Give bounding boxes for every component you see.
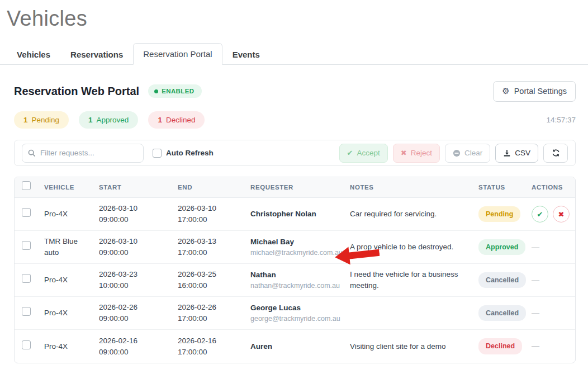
auto-refresh-toggle[interactable]: Auto Refresh: [153, 149, 214, 158]
requester-cell: Christopher Nolan: [250, 209, 350, 220]
row-checkbox[interactable]: [22, 208, 31, 217]
requester-cell: Michael Bay michael@trackmyride.com.au: [250, 236, 350, 258]
notes-cell: Car required for servicing.: [350, 209, 478, 220]
refresh-button[interactable]: [543, 144, 568, 163]
row-checkbox[interactable]: [22, 340, 31, 349]
table-body: Pro-4X 2026-03-1009:00:00 2026-03-1017:0…: [15, 198, 575, 363]
pending-count: 1: [23, 116, 28, 124]
tab-bar: Vehicles Reservations Reservation Portal…: [0, 42, 588, 65]
end-cell: 2026-03-1317:00:00: [178, 236, 250, 258]
tab-vehicles[interactable]: Vehicles: [7, 44, 60, 65]
pending-counter-pill: 1 Pending: [14, 111, 69, 129]
no-actions-dash: —: [532, 243, 539, 252]
row-checkbox[interactable]: [22, 307, 31, 316]
approve-row-button[interactable]: ✔: [532, 206, 548, 222]
table-row: Pro-4X 2026-02-1609:00:00 2026-02-1617:0…: [15, 330, 575, 363]
row-checkbox[interactable]: [22, 274, 31, 283]
requester-cell: Nathan nathan@trackmyride.com.au: [250, 269, 350, 291]
refresh-icon: [552, 149, 560, 157]
start-cell: 2026-03-2310:00:00: [99, 269, 178, 291]
toolbar: Auto Refresh ✔ Accept ✖ Reject Clear: [14, 140, 576, 166]
actions-cell: —: [532, 307, 575, 319]
table-row: Pro-4X 2026-03-1009:00:00 2026-03-1017:0…: [15, 198, 575, 231]
status-badge: Declined: [478, 338, 522, 354]
tab-events[interactable]: Events: [222, 44, 270, 65]
accept-label: Accept: [357, 149, 380, 157]
table-row: Pro-4X 2026-02-2609:00:00 2026-02-2617:0…: [15, 297, 575, 330]
vehicle-cell: Pro-4X: [44, 341, 99, 352]
reject-label: Reject: [411, 149, 432, 157]
row-checkbox[interactable]: [22, 241, 31, 250]
requester-email: nathan@trackmyride.com.au: [250, 281, 342, 291]
x-icon: ✖: [401, 149, 407, 157]
requester-name: Christopher Nolan: [250, 209, 342, 220]
search-icon: [28, 149, 36, 157]
status-cell: Approved: [478, 239, 532, 255]
requests-table: Vehicle Start End Requester Notes Status…: [14, 177, 576, 363]
clear-label: Clear: [464, 149, 482, 157]
requester-name: George Lucas: [250, 302, 342, 314]
accept-button[interactable]: ✔ Accept: [339, 144, 388, 163]
declined-counter-pill: 1 Declined: [148, 111, 205, 129]
status-cell: Cancelled: [478, 272, 532, 288]
notes-cell: Visiting client site for a demo: [350, 341, 478, 352]
table-row: TMR Blue auto 2026-03-1009:00:00 2026-03…: [15, 231, 575, 264]
end-cell: 2026-03-2516:00:00: [178, 269, 250, 291]
no-actions-dash: —: [532, 276, 539, 285]
status-badge: Cancelled: [478, 305, 526, 321]
reject-button[interactable]: ✖ Reject: [393, 144, 440, 163]
col-notes: Notes: [350, 184, 478, 191]
notes-cell: A prop vehicle to be destroyed.: [350, 242, 478, 253]
requester-name: Nathan: [250, 269, 342, 281]
status-cell: Cancelled: [478, 305, 532, 321]
download-icon: [503, 149, 511, 157]
gear-icon: ⚙: [502, 86, 509, 96]
end-cell: 2026-02-1617:00:00: [178, 335, 250, 357]
status-dot-icon: [154, 89, 158, 93]
end-cell: 2026-02-2617:00:00: [178, 302, 250, 324]
select-all-checkbox[interactable]: [22, 181, 31, 190]
start-cell: 2026-02-2609:00:00: [99, 302, 178, 324]
col-start: Start: [99, 184, 178, 191]
tab-reservations[interactable]: Reservations: [60, 44, 133, 65]
col-actions: Actions: [532, 184, 575, 191]
vehicle-cell: TMR Blue auto: [44, 236, 99, 258]
start-cell: 2026-02-1609:00:00: [99, 335, 178, 357]
circle-minus-icon: [453, 149, 461, 157]
start-cell: 2026-03-1009:00:00: [99, 203, 178, 225]
vehicle-cell: Pro-4X: [44, 274, 99, 286]
declined-count: 1: [158, 116, 162, 124]
approved-label: Approved: [97, 116, 129, 124]
portal-settings-label: Portal Settings: [514, 87, 567, 96]
portal-settings-button[interactable]: ⚙ Portal Settings: [493, 81, 576, 102]
requester-email: michael@trackmyride.com.au: [250, 248, 342, 258]
filter-box: [22, 144, 144, 163]
check-icon: ✔: [347, 149, 353, 157]
requester-email: george@trackmyride.com.au: [250, 314, 342, 324]
requester-name: Michael Bay: [250, 236, 342, 248]
declined-label: Declined: [166, 116, 196, 124]
requester-cell: George Lucas george@trackmyride.com.au: [250, 302, 350, 324]
clear-button[interactable]: Clear: [445, 144, 490, 163]
col-end: End: [178, 184, 250, 191]
clock-time: 14:57:37: [546, 116, 576, 124]
notes-cell: I need the vehicle for a business meetin…: [350, 269, 478, 291]
table-header: Vehicle Start End Requester Notes Status…: [15, 177, 575, 198]
no-actions-dash: —: [532, 309, 539, 318]
section-title: Reservation Web Portal: [14, 85, 139, 98]
approved-counter-pill: 1 Approved: [79, 111, 138, 129]
actions-cell: —: [532, 340, 575, 352]
status-cell: Pending: [478, 206, 532, 222]
csv-export-button[interactable]: CSV: [495, 144, 538, 163]
col-status: Status: [478, 184, 532, 191]
auto-refresh-checkbox[interactable]: [153, 149, 162, 158]
approved-count: 1: [88, 116, 93, 124]
reject-row-button[interactable]: ✖: [553, 206, 570, 222]
vehicle-cell: Pro-4X: [44, 307, 99, 319]
col-vehicle: Vehicle: [44, 184, 99, 191]
no-actions-dash: —: [532, 342, 539, 351]
filter-requests-input[interactable]: [40, 149, 137, 157]
csv-label: CSV: [515, 149, 530, 157]
tab-reservation-portal[interactable]: Reservation Portal: [133, 43, 222, 65]
status-badge: Cancelled: [478, 272, 526, 288]
